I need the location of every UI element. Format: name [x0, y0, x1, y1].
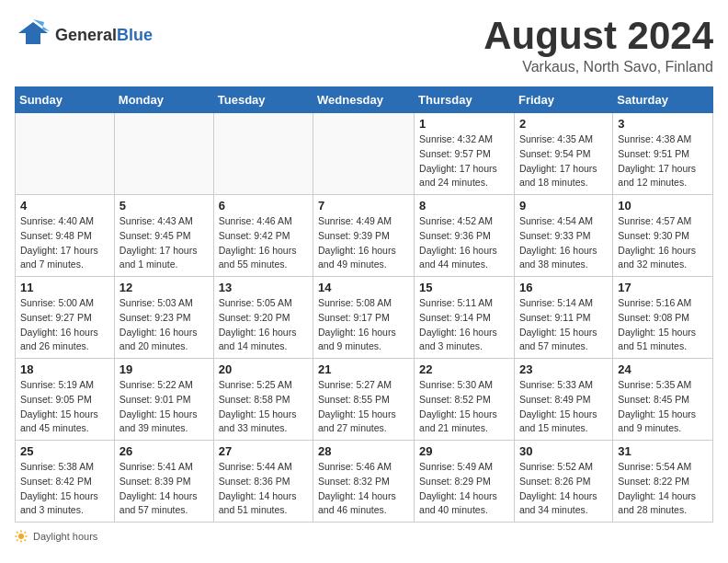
table-row: 12Sunrise: 5:03 AMSunset: 9:23 PMDayligh…	[114, 277, 213, 359]
day-info: Sunrise: 4:40 AMSunset: 9:48 PMDaylight:…	[20, 214, 109, 272]
day-info: Sunrise: 4:52 AMSunset: 9:36 PMDaylight:…	[419, 214, 509, 272]
day-number: 28	[318, 444, 409, 458]
day-number: 14	[318, 281, 409, 294]
day-number: 17	[618, 281, 708, 294]
svg-line-7	[17, 532, 18, 534]
daylight-label: Daylight hours	[33, 531, 97, 542]
day-number: 12	[119, 281, 209, 294]
header: GeneralBlue August 2024 Varkaus, North S…	[15, 15, 713, 75]
table-row	[313, 113, 415, 195]
day-info: Sunrise: 5:35 AMSunset: 8:45 PMDaylight:…	[618, 378, 708, 436]
col-tuesday: Tuesday	[213, 87, 313, 113]
day-number: 26	[119, 444, 209, 458]
logo-text-general: General	[55, 26, 117, 44]
day-number: 13	[219, 281, 308, 294]
day-number: 4	[20, 199, 109, 213]
logo: GeneralBlue	[15, 15, 153, 55]
calendar-table: Sunday Monday Tuesday Wednesday Thursday…	[15, 86, 713, 523]
day-number: 29	[419, 444, 509, 458]
table-row: 26Sunrise: 5:41 AMSunset: 8:39 PMDayligh…	[114, 441, 213, 523]
day-number: 16	[519, 281, 608, 294]
table-row: 10Sunrise: 4:57 AMSunset: 9:30 PMDayligh…	[613, 195, 713, 277]
table-row: 1Sunrise: 4:32 AMSunset: 9:57 PMDaylight…	[415, 113, 515, 195]
day-number: 11	[20, 281, 109, 294]
table-row: 7Sunrise: 4:49 AMSunset: 9:39 PMDaylight…	[313, 195, 415, 277]
day-info: Sunrise: 4:35 AMSunset: 9:54 PMDaylight:…	[519, 132, 608, 190]
table-row: 28Sunrise: 5:46 AMSunset: 8:32 PMDayligh…	[313, 441, 415, 523]
day-info: Sunrise: 5:52 AMSunset: 8:26 PMDaylight:…	[519, 460, 608, 518]
table-row: 11Sunrise: 5:00 AMSunset: 9:27 PMDayligh…	[16, 277, 115, 359]
day-number: 5	[119, 199, 209, 213]
table-row: 3Sunrise: 4:38 AMSunset: 9:51 PMDaylight…	[613, 113, 713, 195]
day-number: 27	[219, 444, 308, 458]
table-row: 22Sunrise: 5:30 AMSunset: 8:52 PMDayligh…	[415, 359, 515, 441]
col-friday: Friday	[514, 87, 612, 113]
day-info: Sunrise: 5:03 AMSunset: 9:23 PMDaylight:…	[119, 296, 209, 354]
day-number: 18	[20, 362, 109, 376]
table-row: 29Sunrise: 5:49 AMSunset: 8:29 PMDayligh…	[415, 441, 515, 523]
col-sunday: Sunday	[16, 87, 115, 113]
day-info: Sunrise: 5:19 AMSunset: 9:05 PMDaylight:…	[20, 378, 109, 436]
day-number: 10	[618, 199, 708, 213]
day-number: 25	[20, 444, 109, 458]
svg-point-2	[18, 534, 24, 539]
day-info: Sunrise: 5:25 AMSunset: 8:58 PMDaylight:…	[219, 378, 308, 436]
footer-note: Daylight hours	[15, 530, 713, 543]
main-title: August 2024	[483, 15, 713, 57]
table-row: 27Sunrise: 5:44 AMSunset: 8:36 PMDayligh…	[213, 441, 313, 523]
day-info: Sunrise: 4:46 AMSunset: 9:42 PMDaylight:…	[219, 214, 308, 272]
table-row: 15Sunrise: 5:11 AMSunset: 9:14 PMDayligh…	[415, 277, 515, 359]
day-info: Sunrise: 5:44 AMSunset: 8:36 PMDaylight:…	[219, 460, 308, 518]
table-row	[114, 113, 213, 195]
table-row	[213, 113, 313, 195]
day-info: Sunrise: 5:38 AMSunset: 8:42 PMDaylight:…	[20, 460, 109, 518]
col-thursday: Thursday	[415, 87, 515, 113]
table-row: 13Sunrise: 5:05 AMSunset: 9:20 PMDayligh…	[213, 277, 313, 359]
day-number: 21	[318, 362, 409, 376]
day-info: Sunrise: 4:57 AMSunset: 9:30 PMDaylight:…	[618, 214, 708, 272]
day-info: Sunrise: 5:22 AMSunset: 9:01 PMDaylight:…	[119, 378, 209, 436]
day-number: 24	[618, 362, 708, 376]
table-row: 20Sunrise: 5:25 AMSunset: 8:58 PMDayligh…	[213, 359, 313, 441]
table-row: 18Sunrise: 5:19 AMSunset: 9:05 PMDayligh…	[16, 359, 115, 441]
day-info: Sunrise: 4:49 AMSunset: 9:39 PMDaylight:…	[318, 214, 409, 272]
day-info: Sunrise: 5:27 AMSunset: 8:55 PMDaylight:…	[318, 378, 409, 436]
table-row: 30Sunrise: 5:52 AMSunset: 8:26 PMDayligh…	[514, 441, 612, 523]
table-row: 31Sunrise: 5:54 AMSunset: 8:22 PMDayligh…	[613, 441, 713, 523]
day-number: 15	[419, 281, 509, 294]
day-info: Sunrise: 5:41 AMSunset: 8:39 PMDaylight:…	[119, 460, 209, 518]
day-number: 8	[419, 199, 509, 213]
logo-icon	[15, 15, 51, 55]
table-row: 4Sunrise: 4:40 AMSunset: 9:48 PMDaylight…	[16, 195, 115, 277]
day-info: Sunrise: 5:05 AMSunset: 9:20 PMDaylight:…	[219, 296, 308, 354]
day-number: 6	[219, 199, 308, 213]
svg-line-10	[17, 540, 18, 542]
table-row: 14Sunrise: 5:08 AMSunset: 9:17 PMDayligh…	[313, 277, 415, 359]
table-row: 23Sunrise: 5:33 AMSunset: 8:49 PMDayligh…	[514, 359, 612, 441]
table-row: 16Sunrise: 5:14 AMSunset: 9:11 PMDayligh…	[514, 277, 612, 359]
day-info: Sunrise: 5:11 AMSunset: 9:14 PMDaylight:…	[419, 296, 509, 354]
day-info: Sunrise: 5:33 AMSunset: 8:49 PMDaylight:…	[519, 378, 608, 436]
day-number: 7	[318, 199, 409, 213]
table-row: 5Sunrise: 4:43 AMSunset: 9:45 PMDaylight…	[114, 195, 213, 277]
day-number: 20	[219, 362, 308, 376]
calendar-week-row: 18Sunrise: 5:19 AMSunset: 9:05 PMDayligh…	[16, 359, 713, 441]
subtitle: Varkaus, North Savo, Finland	[483, 59, 713, 75]
svg-marker-0	[18, 22, 48, 44]
day-info: Sunrise: 5:14 AMSunset: 9:11 PMDaylight:…	[519, 296, 608, 354]
day-number: 22	[419, 362, 509, 376]
day-number: 23	[519, 362, 608, 376]
day-info: Sunrise: 4:32 AMSunset: 9:57 PMDaylight:…	[419, 132, 509, 190]
day-info: Sunrise: 5:00 AMSunset: 9:27 PMDaylight:…	[20, 296, 109, 354]
day-info: Sunrise: 5:46 AMSunset: 8:32 PMDaylight:…	[318, 460, 409, 518]
day-info: Sunrise: 5:49 AMSunset: 8:29 PMDaylight:…	[419, 460, 509, 518]
day-info: Sunrise: 5:16 AMSunset: 9:08 PMDaylight:…	[618, 296, 708, 354]
calendar-week-row: 1Sunrise: 4:32 AMSunset: 9:57 PMDaylight…	[16, 113, 713, 195]
col-monday: Monday	[114, 87, 213, 113]
table-row: 6Sunrise: 4:46 AMSunset: 9:42 PMDaylight…	[213, 195, 313, 277]
day-number: 30	[519, 444, 608, 458]
table-row: 17Sunrise: 5:16 AMSunset: 9:08 PMDayligh…	[613, 277, 713, 359]
table-row: 2Sunrise: 4:35 AMSunset: 9:54 PMDaylight…	[514, 113, 612, 195]
day-number: 19	[119, 362, 209, 376]
logo-text-blue: Blue	[117, 26, 153, 44]
